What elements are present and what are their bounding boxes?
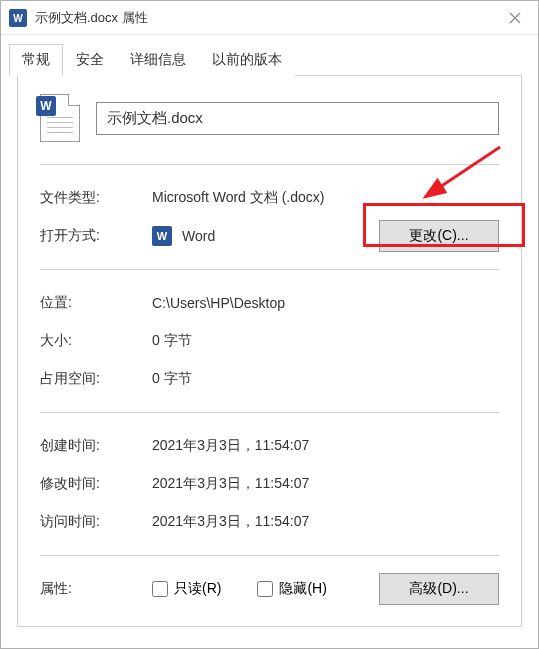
svg-text:W: W	[13, 13, 23, 24]
value-openwith: Word	[182, 228, 215, 244]
label-openwith: 打开方式:	[40, 227, 152, 245]
divider	[40, 269, 499, 270]
value-accessed: 2021年3月3日，11:54:07	[152, 513, 499, 531]
label-location: 位置:	[40, 294, 152, 312]
label-attributes: 属性:	[40, 580, 152, 598]
value-sizeondisk: 0 字节	[152, 370, 499, 388]
tab-previous-versions[interactable]: 以前的版本	[199, 44, 295, 76]
properties-dialog: W 示例文档.docx 属性 常规 安全 详细信息 以前的版本 W	[0, 0, 539, 649]
value-created: 2021年3月3日，11:54:07	[152, 437, 499, 455]
value-filetype: Microsoft Word 文档 (.docx)	[152, 189, 499, 207]
change-button[interactable]: 更改(C)...	[379, 220, 499, 252]
label-sizeondisk: 占用空间:	[40, 370, 152, 388]
divider	[40, 555, 499, 556]
file-type-icon: W	[40, 94, 80, 142]
tab-details[interactable]: 详细信息	[117, 44, 199, 76]
tabs-container: 常规 安全 详细信息 以前的版本 W 文件类型: Microsoft Word …	[1, 35, 538, 635]
titlebar: W 示例文档.docx 属性	[1, 1, 538, 35]
word-app-icon: W	[152, 226, 172, 246]
value-location: C:\Users\HP\Desktop	[152, 295, 499, 311]
divider	[40, 412, 499, 413]
label-size: 大小:	[40, 332, 152, 350]
label-created: 创建时间:	[40, 437, 152, 455]
window-title: 示例文档.docx 属性	[35, 9, 492, 27]
value-modified: 2021年3月3日，11:54:07	[152, 475, 499, 493]
general-panel: W 文件类型: Microsoft Word 文档 (.docx) 打开方式: …	[17, 75, 522, 627]
hidden-label: 隐藏(H)	[279, 580, 326, 598]
label-filetype: 文件类型:	[40, 189, 152, 207]
hidden-checkbox[interactable]	[257, 581, 273, 597]
word-icon: W	[9, 9, 27, 27]
label-modified: 修改时间:	[40, 475, 152, 493]
filename-input[interactable]	[96, 102, 499, 135]
advanced-button[interactable]: 高级(D)...	[379, 573, 499, 605]
readonly-label: 只读(R)	[174, 580, 221, 598]
close-button[interactable]	[492, 1, 538, 35]
tab-general[interactable]: 常规	[9, 44, 63, 76]
value-size: 0 字节	[152, 332, 499, 350]
readonly-checkbox-wrap[interactable]: 只读(R)	[152, 580, 221, 598]
tab-security[interactable]: 安全	[63, 44, 117, 76]
label-accessed: 访问时间:	[40, 513, 152, 531]
readonly-checkbox[interactable]	[152, 581, 168, 597]
hidden-checkbox-wrap[interactable]: 隐藏(H)	[257, 580, 326, 598]
divider	[40, 164, 499, 165]
